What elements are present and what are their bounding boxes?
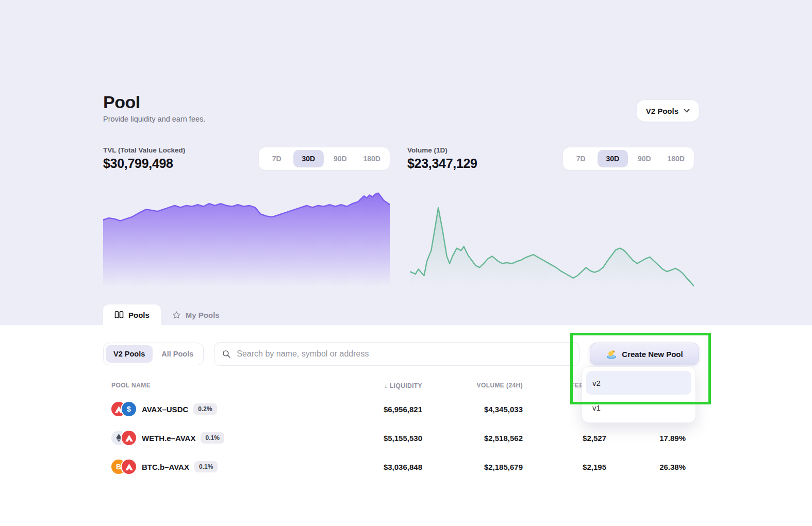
usdc-token-icon: $ xyxy=(122,402,136,416)
pools-tabs: PoolsMy Pools xyxy=(103,304,699,325)
volume-stat: Volume (1D) $23,347,129 xyxy=(407,146,562,171)
tab-pools-label: Pools xyxy=(128,311,150,319)
volume-label: Volume (1D) xyxy=(407,146,562,154)
book-icon xyxy=(114,310,124,319)
fee-tier-badge: 0.1% xyxy=(201,432,224,444)
tvl-stat: TVL (Total Value Locked) $30,799,498 xyxy=(103,146,258,171)
fee-tier-badge: 0.2% xyxy=(193,403,217,415)
liquidity-cell: $6,956,821 xyxy=(329,405,422,414)
search-input[interactable] xyxy=(237,349,572,359)
pool-name-cell: $AVAX–USDC0.2% xyxy=(111,402,329,416)
pool-version-switcher-button[interactable]: V2 Pools xyxy=(637,100,699,122)
fees-24h-cell: $2,195 xyxy=(523,463,606,471)
star-icon xyxy=(172,311,181,319)
volume-24h-cell: $2,185,679 xyxy=(422,463,523,471)
tvl-range-90d[interactable]: 90D xyxy=(325,150,356,167)
token-pair-icons: B xyxy=(111,460,136,474)
volume-range-180d[interactable]: 180D xyxy=(661,150,692,167)
tvl-value: $30,799,498 xyxy=(103,156,258,171)
tab-pools[interactable]: Pools xyxy=(103,304,161,325)
volume-range-30d[interactable]: 30D xyxy=(598,150,628,167)
volume-area-chart xyxy=(410,206,694,287)
pool-row[interactable]: WETH.e–AVAX0.1%$5,155,530$2,518,562$2,52… xyxy=(103,423,699,452)
volume-24h-cell: $2,518,562 xyxy=(422,434,523,443)
token-pair-icons: $ xyxy=(111,402,136,416)
stats-row: TVL (Total Value Locked) $30,799,498 7D3… xyxy=(103,146,699,172)
tvl-range-30d[interactable]: 30D xyxy=(293,150,324,167)
pool-version-switcher-label: V2 Pools xyxy=(646,107,678,115)
token-pair-icons xyxy=(111,431,136,445)
create-new-pool-button[interactable]: Create New Pool xyxy=(590,343,699,365)
column-header-liquidity[interactable]: ↓LIQUIDITY xyxy=(329,382,422,389)
page-title: Pool xyxy=(103,92,205,112)
avax-token-icon xyxy=(122,460,136,474)
volume-value: $23,347,129 xyxy=(407,156,562,171)
tab-my-pools[interactable]: My Pools xyxy=(161,304,231,325)
apr-cell: 26.38% xyxy=(606,463,686,471)
pool-name: BTC.b–AVAX xyxy=(142,463,189,471)
tvl-range-180d[interactable]: 180D xyxy=(357,150,388,167)
pool-row[interactable]: BBTC.b–AVAX0.1%$3,036,848$2,185,679$2,19… xyxy=(103,452,699,481)
version-dropdown-menu: v2v1 xyxy=(582,366,696,423)
create-new-pool-label: Create New Pool xyxy=(622,350,683,359)
tvl-range-selector: 7D30D90D180D xyxy=(258,147,390,171)
search-box[interactable] xyxy=(214,342,579,366)
search-icon xyxy=(222,349,231,359)
toggle-v2-pools[interactable]: V2 Pools xyxy=(106,345,153,363)
version-option-v1[interactable]: v1 xyxy=(586,397,691,418)
volume-range-7d[interactable]: 7D xyxy=(566,150,596,167)
toggle-all-pools[interactable]: All Pools xyxy=(154,345,201,363)
charts-row xyxy=(103,191,699,287)
volume-range-90d[interactable]: 90D xyxy=(629,150,660,167)
apr-cell: 17.89% xyxy=(606,434,686,443)
chevron-down-icon xyxy=(684,109,690,113)
pool-name-cell: WETH.e–AVAX0.1% xyxy=(111,431,329,445)
fee-tier-badge: 0.1% xyxy=(194,461,218,472)
pool-name-cell: BBTC.b–AVAX0.1% xyxy=(111,460,329,474)
pool-name: AVAX–USDC xyxy=(142,405,188,414)
column-header-pool-name[interactable]: POOL NAME xyxy=(111,382,329,389)
volume-range-selector: 7D30D90D180D xyxy=(562,147,694,171)
version-option-v2[interactable]: v2 xyxy=(586,371,691,395)
avax-token-icon xyxy=(122,431,136,445)
page-subtitle: Provide liquidity and earn fees. xyxy=(103,115,205,123)
pool-name: WETH.e–AVAX xyxy=(142,434,195,443)
filter-row: V2 PoolsAll Pools Create New Pool xyxy=(103,342,699,366)
tvl-range-7d[interactable]: 7D xyxy=(261,150,292,167)
page-heading: Pool Provide liquidity and earn fees. xyxy=(103,92,205,123)
liquidity-cell: $5,155,530 xyxy=(329,434,422,443)
volume-24h-cell: $4,345,033 xyxy=(422,405,523,414)
duck-in-pool-icon xyxy=(606,349,617,359)
pool-type-toggle: V2 PoolsAll Pools xyxy=(103,343,204,365)
tvl-area-chart xyxy=(103,191,390,287)
liquidity-cell: $3,036,848 xyxy=(329,463,422,471)
fees-24h-cell: $2,527 xyxy=(523,434,606,443)
tvl-label: TVL (Total Value Locked) xyxy=(103,146,258,154)
column-header-volume-24h[interactable]: VOLUME (24H) xyxy=(422,382,523,389)
tab-my-pools-label: My Pools xyxy=(186,311,220,319)
hero-section: Pool Provide liquidity and earn fees. V2… xyxy=(0,0,812,325)
sort-descending-icon: ↓ xyxy=(384,382,388,389)
